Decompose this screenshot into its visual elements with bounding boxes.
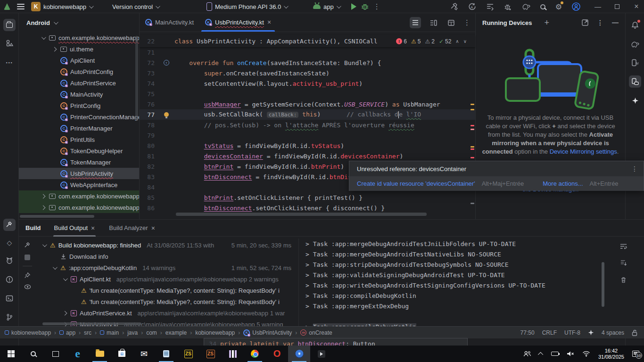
clear-console-icon[interactable]	[620, 277, 627, 283]
settings-gear-icon[interactable]: ⚙	[555, 2, 562, 11]
project-tree-item[interactable]: CTokenManager	[19, 156, 139, 168]
console-line[interactable]: > Task :app:validateSigningDebugAndroidT…	[305, 270, 606, 280]
project-tree-item[interactable]: ui.theme	[19, 43, 139, 55]
battery-icon[interactable]	[551, 352, 559, 356]
build-tab[interactable]: Build Analyzer×	[108, 220, 156, 237]
stop-build-icon[interactable]	[25, 255, 30, 260]
file-encoding[interactable]: UTF-8	[564, 329, 580, 336]
code-line[interactable]: 80 tvStatus = findViewById(R.id.tvStatus…	[140, 140, 475, 151]
console-line[interactable]: > Task :app:stripDebugAndroidTestDebugSy…	[305, 259, 606, 270]
project-tree-item[interactable]: CApiClient	[19, 55, 139, 66]
editor-tab[interactable]: KUsbPrintActivity.kt×	[199, 13, 277, 32]
code-line[interactable]: 71	[140, 47, 475, 58]
code-line[interactable]: 77 usb.SetCallBack( callBack: this) // c…	[140, 109, 475, 120]
hide-panel-icon[interactable]: —	[612, 19, 619, 26]
stripe-mark[interactable]	[471, 203, 474, 204]
project-tree-item[interactable]: com.example.kobionewebapp	[19, 190, 139, 202]
project-tree-item[interactable]: CAutoPrintService	[19, 77, 139, 89]
project-tree-item[interactable]: CPrintUtils	[19, 134, 139, 145]
breadcrumb-item[interactable]: KUsbPrintActivity	[243, 329, 292, 336]
taskbar-opera-icon[interactable]: O	[266, 346, 288, 362]
stripe-mark[interactable]	[471, 157, 474, 158]
build-tree-row[interactable]: ⚠'fun create(contentType: MediaType?, co…	[36, 285, 298, 296]
tree-chevron-icon[interactable]	[40, 206, 46, 209]
hidden-icons-chevron[interactable]	[538, 352, 543, 357]
tree-chevron-icon[interactable]	[51, 48, 58, 51]
next-problem-icon[interactable]: ∨	[463, 39, 467, 44]
tree-chevron-icon[interactable]	[61, 278, 68, 281]
window-minimize-button[interactable]: —	[594, 3, 602, 10]
editor-structure-icon[interactable]	[428, 17, 439, 28]
taskbar-search-icon[interactable]	[22, 346, 44, 362]
panel-options-icon[interactable]: ⋮	[597, 19, 603, 26]
project-tree-item[interactable]: com.example.kobionewebapp	[19, 32, 139, 43]
soft-wrap-eye-icon[interactable]	[24, 284, 31, 289]
project-tree-item[interactable]: CTokenDebugHelper	[19, 145, 139, 156]
line-ending[interactable]: CRLF	[542, 329, 557, 336]
more-actions-link[interactable]: More actions...	[543, 180, 583, 187]
taskbar-store-icon[interactable]: ⊞	[111, 346, 133, 362]
taskbar-chrome-icon[interactable]	[244, 346, 266, 362]
build-tree-row[interactable]: ⚠Build kobionewebapp: finishedAt 31/08/2…	[36, 239, 298, 251]
project-tree-item[interactable]: CAutoPrintConfig	[19, 66, 139, 77]
code-line[interactable]: 81 devicesContainer = findViewById(R.id.…	[140, 151, 475, 161]
override-icon[interactable]: ↑	[164, 60, 169, 66]
tree-chevron-icon[interactable]	[40, 36, 46, 40]
project-tree-item[interactable]: com.example.kobionewebapp	[19, 202, 139, 213]
breadcrumb-item[interactable]: monCreate	[300, 329, 332, 336]
more-tool-windows-icon[interactable]: ⋯	[3, 57, 16, 69]
add-device-button[interactable]: +	[544, 18, 549, 28]
restart-list-icon[interactable]	[486, 3, 494, 11]
build-tree-horizontal-scrollbar[interactable]	[42, 322, 141, 325]
problems-icon[interactable]	[3, 273, 16, 286]
tree-chevron-icon[interactable]	[51, 266, 58, 270]
code-line[interactable]: 73 super.onCreate(savedInstanceState)	[140, 68, 475, 78]
project-tree-item[interactable]: CUsbPrintActivity	[19, 168, 139, 179]
pin-icon[interactable]	[24, 272, 31, 279]
project-view-selector[interactable]: Android	[26, 19, 50, 26]
close-tab-icon[interactable]: ×	[267, 18, 271, 26]
terminal-icon[interactable]	[3, 292, 16, 304]
code-line[interactable]: 76 usbManager = getSystemService(Context…	[140, 99, 475, 109]
build-tree-row[interactable]: ⚠:app:compileDebugKotlin14 warnings1 min…	[36, 262, 298, 273]
console-line[interactable]	[305, 311, 606, 321]
editor-preview-icon[interactable]	[446, 17, 457, 28]
clock[interactable]: 16:42 31/08/2025	[598, 348, 624, 360]
breadcrumb-item[interactable]: src	[84, 329, 91, 336]
tree-chevron-icon[interactable]	[40, 195, 46, 198]
code-line[interactable]: 85 btnPrint.setOnClickListener { printTe…	[140, 192, 475, 203]
prev-problem-icon[interactable]: ∧	[455, 39, 459, 44]
indent-setting[interactable]: 4 spaces	[602, 329, 624, 336]
vcs-selector[interactable]: Version control	[112, 3, 159, 10]
project-tool-button[interactable]	[3, 19, 16, 31]
action-center-icon[interactable]: 10	[632, 351, 639, 357]
profile-icon[interactable]	[572, 2, 580, 11]
profiler-bug-icon[interactable]	[504, 3, 512, 11]
editor-more-icon[interactable]: ⋮	[463, 18, 471, 27]
project-tree-item[interactable]: CPrinterManager	[19, 123, 139, 134]
breadcrumb-item[interactable]: kobionewebapp	[195, 329, 235, 336]
stripe-mark[interactable]	[471, 104, 474, 105]
stripe-mark[interactable]	[471, 109, 474, 110]
project-tree-item[interactable]: CPrinterConnectionManager	[19, 111, 139, 123]
wifi-icon[interactable]	[582, 351, 590, 357]
taskbar-android-studio-icon[interactable]	[288, 346, 310, 362]
code-line[interactable]: 72↑ override fun onCreate(savedInstanceS…	[140, 58, 475, 68]
code-line[interactable]: 79	[140, 130, 475, 140]
resource-manager-icon[interactable]	[3, 37, 16, 49]
project-tree-item[interactable]: CPrintConfig	[19, 100, 139, 111]
build-icon[interactable]	[450, 3, 458, 11]
device-mirroring-settings-link[interactable]: Device Mirroring settings	[550, 148, 617, 155]
editor-horizontal-scrollbar[interactable]	[176, 213, 427, 216]
device-selector[interactable]: Medium Phone API 36.0	[206, 0, 287, 13]
code-line[interactable]: 74 setContentView(R.layout.activity_usb_…	[140, 78, 475, 89]
close-tab-icon[interactable]: ×	[151, 224, 155, 232]
more-run-options-icon[interactable]: ⋮	[373, 2, 380, 11]
close-tab-icon[interactable]: ×	[91, 224, 95, 232]
stripe-mark[interactable]	[471, 148, 474, 150]
logcat-icon[interactable]	[3, 255, 16, 267]
console-line[interactable]: > Task :app:compileDebugKotlin	[305, 321, 606, 326]
gemini-icon[interactable]	[629, 94, 641, 107]
tree-chevron-icon[interactable]	[61, 312, 68, 315]
window-close-button[interactable]: ×	[633, 2, 640, 11]
